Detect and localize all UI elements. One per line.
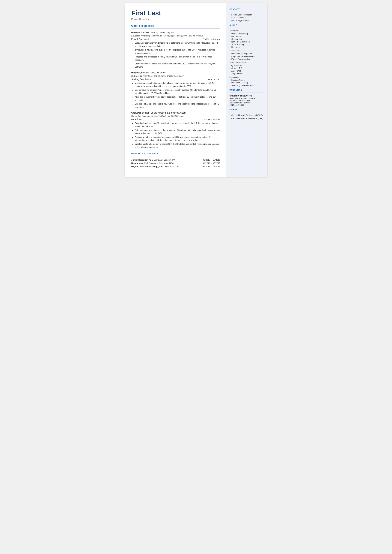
tool-2: Oracle HRIS bbox=[230, 67, 264, 69]
bullet-1-1: Calculated earnings from timesheets to d… bbox=[132, 41, 220, 48]
job-title-2: Staffing Coordinator bbox=[131, 78, 152, 81]
edu-dates: 10/2011 - 06/2014 bbox=[230, 104, 264, 106]
edu-field: Business Administration bbox=[230, 99, 264, 102]
education-section-title: EDUCATION bbox=[230, 89, 264, 91]
education-divider bbox=[230, 92, 264, 93]
prev-job-company-3: ABC, New York, USA bbox=[159, 165, 180, 168]
hard-skill-4: New Hire Orientation bbox=[230, 41, 264, 43]
job-dates-2: 10/2019 – 12/2021 bbox=[203, 78, 220, 81]
techniques-list: Personnel Management Employee Benefits D… bbox=[230, 53, 264, 60]
prev-job-row-2: Headhunter, XYZ Company, New York, USA 0… bbox=[131, 162, 220, 164]
other-section-title: OTHER bbox=[230, 109, 264, 111]
prev-job-title-2: Headhunter, bbox=[131, 162, 144, 164]
bullet-1-3: Prepared and processed monthly payroll f… bbox=[132, 55, 220, 61]
edu-degree: Associate of Applied Science bbox=[230, 97, 264, 99]
languages-label: Languages: bbox=[230, 76, 264, 78]
prev-job-title-company-2: Headhunter, XYZ Company, New York, USA bbox=[131, 162, 174, 164]
tools-list: QuickBooks Oracle HRIS ADP Payroll Sage … bbox=[230, 64, 264, 75]
hard-skill-1: Payroll Processing bbox=[230, 33, 264, 35]
bullet-3-4: Created a referral program to attract 12… bbox=[132, 142, 220, 149]
prev-job-title-3: Payroll Officer (Internship), bbox=[131, 165, 159, 168]
hard-skill-6: Recruiting bbox=[230, 46, 264, 48]
hard-skills-list: Payroll Processing Data Entry Onboarding… bbox=[230, 33, 264, 48]
prev-job-dates-1: 06/2017 – 10/2018 bbox=[203, 159, 220, 161]
prev-job-title-company-3: Payroll Officer (Internship), ABC, New Y… bbox=[131, 165, 180, 168]
job-bullets-3: Recruited and screened 13+ candidates fo… bbox=[132, 122, 220, 149]
language-2: Romanian (Native) bbox=[230, 82, 264, 84]
company-header-2: Polyhire, London, United Kingdom bbox=[131, 71, 220, 74]
technique-1: Personnel Management bbox=[230, 53, 264, 55]
contact-divider bbox=[230, 12, 264, 12]
work-experience-section-title: WORK EXPERIENCE bbox=[131, 25, 220, 27]
technique-2: Employee Benefits Design bbox=[230, 55, 264, 57]
company-name-3: Growthsi, bbox=[131, 112, 142, 114]
skills-divider bbox=[230, 28, 264, 28]
company-suffix-3: London, United Kingdom & Barcelona, Spai… bbox=[141, 112, 186, 114]
languages-list: English (Native) Romanian (Native) Spani… bbox=[230, 79, 264, 87]
company-desc-2: NYSE-listed recruitment and employer bra… bbox=[131, 75, 220, 77]
bullet-3-1: Recruited and screened 13+ candidates fo… bbox=[132, 122, 220, 128]
tool-1: QuickBooks bbox=[230, 64, 264, 67]
contact-list: Leeds, United Kingdom +44 1234567890 fir… bbox=[230, 14, 264, 22]
job-title-1: Payroll Specialist bbox=[131, 38, 149, 40]
contact-section-title: CONTACT bbox=[230, 8, 264, 10]
hard-skill-3: Onboarding bbox=[230, 38, 264, 40]
main-panel: First Last Payroll Specialist WORK EXPER… bbox=[125, 3, 226, 177]
job-row-2: Staffing Coordinator 10/2019 – 12/2021 bbox=[131, 78, 220, 81]
prev-job-dates-2: 01/2016 – 05/2017 bbox=[203, 162, 220, 164]
language-3: Spanish (Conversational) bbox=[230, 84, 264, 87]
resume-container: First Last Payroll Specialist WORK EXPER… bbox=[125, 3, 267, 177]
job-bullets-1: Calculated earnings from timesheets to d… bbox=[132, 41, 220, 68]
company-name-2: Polyhire, bbox=[131, 71, 141, 74]
skills-section-title: SKILLS bbox=[230, 24, 264, 26]
hard-skills-label: Hard Skills: bbox=[230, 30, 264, 32]
other-list: Certified Payroll Professional (CPP) Cer… bbox=[230, 114, 264, 119]
job-dates-1: 01/2022 – Present bbox=[203, 38, 220, 40]
bullet-2-3: Attended recruitment events at 13+ local… bbox=[132, 95, 220, 102]
contact-item-location: Leeds, United Kingdom bbox=[230, 14, 264, 16]
bullet-1-2: Introduced a new tracking system for an … bbox=[132, 48, 220, 55]
prev-job-title-1: Junior Recruiter, bbox=[131, 159, 148, 161]
hard-skill-5: Team Building bbox=[230, 43, 264, 46]
company-name-1: Resume Worded, bbox=[131, 31, 149, 34]
job-bullets-2: Initiated practices that improved employ… bbox=[132, 82, 220, 108]
bullet-1-4: Distributed checks at the end of each pa… bbox=[132, 62, 220, 68]
company-desc-3: Career training and membership SaaS with… bbox=[131, 115, 220, 117]
bullet-3-3: Assisted with the onboarding processes f… bbox=[132, 135, 220, 142]
job-title-3: HR Admin bbox=[131, 118, 142, 121]
hard-skill-2: Data Entry bbox=[230, 35, 264, 38]
education-block: University of New York Associate of Appl… bbox=[230, 95, 264, 106]
prev-job-row-3: Payroll Officer (Internship), ABC, New Y… bbox=[131, 165, 220, 168]
other-divider bbox=[230, 112, 264, 112]
prev-job-row-1: Junior Recruiter, ABC Company, London, U… bbox=[131, 159, 220, 161]
previous-experience-section-title: PREVIOUS EXPERIENCE bbox=[131, 152, 220, 155]
company-header-3: Growthsi, London, United Kingdom & Barce… bbox=[131, 111, 220, 114]
job-dates-3: 11/2018 – 09/2019 bbox=[203, 118, 220, 121]
prev-job-title-company-1: Junior Recruiter, ABC Company, London, U… bbox=[131, 159, 175, 161]
job-row-1: Payroll Specialist 01/2022 – Present bbox=[131, 38, 220, 40]
other-item-1: Certified Payroll Professional (CPP) bbox=[230, 114, 264, 116]
other-item-2: Certified Payroll Administrator (CPA) bbox=[230, 117, 264, 119]
job-block-1: Resume Worded, London, United Kingdom Ed… bbox=[131, 31, 220, 68]
tools-label: Tools and Software: bbox=[230, 61, 264, 64]
candidate-name: First Last bbox=[131, 9, 220, 17]
bullet-2-1: Initiated practices that improved employ… bbox=[132, 82, 220, 88]
contact-item-phone: +44 1234567890 bbox=[230, 17, 264, 19]
prev-job-dates-3: 07/2014 – 12/2015 bbox=[203, 165, 220, 168]
job-block-2: Polyhire, London, United Kingdom NYSE-li… bbox=[131, 71, 220, 108]
tool-4: Sage HRMS bbox=[230, 72, 264, 75]
sidebar: CONTACT Leeds, United Kingdom +44 123456… bbox=[226, 3, 267, 177]
company-suffix-2: London, United Kingdom bbox=[141, 71, 166, 74]
bullet-2-2: Coordinated the company's post-offer pro… bbox=[132, 88, 220, 95]
contact-item-email: first.last@gmail.com bbox=[230, 19, 264, 22]
candidate-title: Payroll Specialist bbox=[131, 18, 220, 20]
prev-job-company-2: XYZ Company, New York, USA bbox=[144, 162, 174, 164]
company-suffix-1: London, United Kingdom bbox=[149, 31, 174, 34]
previous-experience-divider bbox=[131, 156, 220, 156]
company-desc-1: Education technology startup with 50+ em… bbox=[131, 35, 220, 37]
bullet-3-2: Enforced employment policies that promot… bbox=[132, 129, 220, 135]
company-header-1: Resume Worded, London, United Kingdom bbox=[131, 31, 220, 34]
job-row-3: HR Admin 11/2018 – 09/2019 bbox=[131, 118, 220, 121]
prev-job-company-1: ABC Company, London, UK bbox=[148, 159, 175, 161]
university-name: University of New York bbox=[230, 95, 264, 97]
